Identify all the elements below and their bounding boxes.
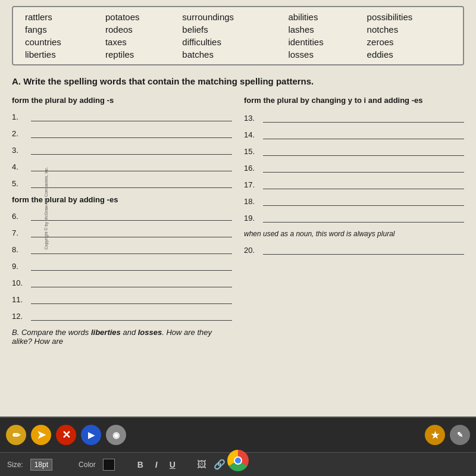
section-b: B. Compare the words liberties and losse… [12, 328, 232, 346]
columns-container: form the plural by adding -s 1.2.3.4.5. … [12, 95, 464, 346]
word-bank-cell: identities [282, 36, 361, 48]
bold-button[interactable]: B [135, 460, 146, 469]
answer-line[interactable] [31, 127, 232, 138]
size-value[interactable]: 18pt [30, 459, 52, 471]
answer-line[interactable] [31, 260, 232, 271]
word-bank-cell: difficulties [176, 36, 282, 48]
chrome-logo [227, 450, 249, 471]
toolbar-top: ✏ ➤ ✕ ▶ ◉ ★ ✎ [0, 416, 476, 452]
answer-line[interactable] [263, 212, 464, 223]
item-number: 5. [12, 179, 29, 188]
answer-line[interactable] [263, 162, 464, 173]
item-number: 12. [12, 312, 29, 321]
answer-line[interactable] [31, 210, 232, 221]
underline-button[interactable]: U [167, 460, 178, 469]
pencil-button[interactable]: ✏ [6, 425, 26, 445]
list-item: 12. [12, 310, 232, 321]
answer-line[interactable] [31, 293, 232, 304]
word-bank-cell: losses [282, 48, 361, 61]
list-item: 14. [244, 129, 464, 139]
left-subsection-title-1: form the plural by adding -s [12, 96, 232, 105]
close-button[interactable]: ✕ [56, 425, 76, 445]
item-number: 7. [12, 228, 29, 237]
item-number: 9. [12, 262, 29, 271]
item-number: 3. [12, 146, 29, 155]
answer-line[interactable] [263, 195, 464, 206]
list-item: 2. [12, 127, 232, 138]
right-subsection-title-2: when used as a noun, this word is always… [244, 230, 464, 238]
answer-line[interactable] [31, 144, 232, 155]
item-number: 20. [244, 246, 261, 255]
size-label: Size: [7, 461, 23, 469]
answer-line[interactable] [263, 178, 464, 189]
answer-line[interactable] [31, 227, 232, 237]
right-subsection-title-1: form the plural by changing y to i and a… [244, 96, 464, 106]
italic-button[interactable]: I [153, 460, 160, 469]
right-column: form the plural by changing y to i and a… [244, 95, 464, 346]
answer-line[interactable] [31, 161, 232, 171]
play-button[interactable]: ▶ [81, 425, 101, 445]
answer-line[interactable] [263, 112, 464, 123]
word-bank-cell: possibilities [361, 11, 457, 23]
word-bank-cell: surroundings [176, 11, 282, 23]
answer-line[interactable] [31, 177, 232, 188]
worksheet: rattlerspotatoessurroundingsabilitiespos… [0, 0, 476, 416]
list-item: 10. [12, 277, 232, 287]
item-number: 10. [12, 278, 29, 287]
copyright-text: Copyright © by McGraw-Hill Companies, In… [44, 167, 48, 250]
item-number: 19. [244, 214, 261, 223]
link-icon[interactable]: 🔗 [214, 459, 226, 470]
list-item: 15. [244, 145, 464, 156]
image-icon[interactable]: 🖼 [197, 459, 206, 470]
answer-line[interactable] [263, 244, 464, 255]
item-number: 11. [12, 295, 29, 304]
pen-button[interactable]: ✎ [450, 425, 470, 445]
answer-line[interactable] [31, 243, 232, 254]
word-bank-cell: fangs [19, 23, 99, 36]
circle-button[interactable]: ◉ [106, 425, 126, 445]
word-bank-cell: beliefs [176, 23, 282, 36]
word-bank-table: rattlerspotatoessurroundingsabilitiespos… [19, 11, 457, 61]
color-swatch[interactable] [103, 459, 115, 471]
word-bank-cell: zeroes [361, 36, 457, 48]
arrow-button[interactable]: ➤ [31, 425, 51, 445]
item-number: 1. [12, 112, 29, 121]
word-bank-cell: reptiles [99, 48, 176, 61]
item-number: 17. [244, 180, 261, 189]
word-bank-cell: rodeos [99, 23, 176, 36]
item-number: 4. [12, 162, 29, 171]
answer-line[interactable] [263, 145, 464, 156]
list-item: 3. [12, 144, 232, 155]
star-button[interactable]: ★ [425, 425, 445, 445]
word-bank-cell: notches [361, 23, 457, 36]
word-bank-cell: abilities [282, 11, 361, 23]
item-number: 16. [244, 164, 261, 173]
word-bank-cell: lashes [282, 23, 361, 36]
color-label: Color [79, 461, 96, 469]
toolbar: ✏ ➤ ✕ ▶ ◉ ★ ✎ Size: 18pt Color B I U [0, 416, 476, 476]
word-bank: rattlerspotatoessurroundingsabilitiespos… [12, 6, 464, 65]
answer-line[interactable] [263, 129, 464, 139]
section-a-title: A. Write the spelling words that contain… [12, 76, 464, 86]
list-item: 18. [244, 195, 464, 206]
word-bank-cell: liberties [19, 48, 99, 61]
answer-line[interactable] [31, 111, 232, 121]
answer-line[interactable] [31, 277, 232, 287]
item-number: 6. [12, 212, 29, 221]
item-number: 2. [12, 129, 29, 138]
word-bank-cell: eddies [361, 48, 457, 61]
list-item: 16. [244, 162, 464, 173]
word-bank-cell: batches [176, 48, 282, 61]
word-bank-cell: rattlers [19, 11, 99, 23]
word-bank-cell: countries [19, 36, 99, 48]
item-number: 15. [244, 147, 261, 156]
list-item: 1. [12, 111, 232, 121]
word-bank-cell: potatoes [99, 11, 176, 23]
item-number: 13. [244, 114, 261, 123]
item-number: 18. [244, 197, 261, 206]
list-item: 20. [244, 244, 464, 255]
word-bank-cell: taxes [99, 36, 176, 48]
list-item: 11. [12, 293, 232, 304]
list-item: 9. [12, 260, 232, 271]
answer-line[interactable] [31, 310, 232, 321]
